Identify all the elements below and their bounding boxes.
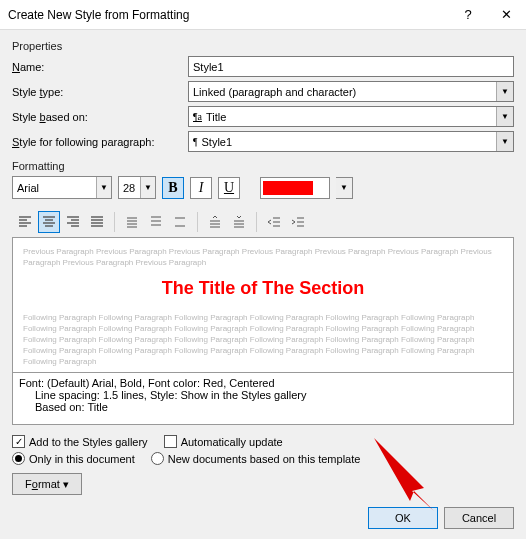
properties-label: Properties (12, 40, 514, 52)
align-justify-button[interactable] (86, 211, 108, 233)
following-select[interactable]: ¶ Style1 ▼ (188, 131, 514, 152)
color-swatch (263, 181, 313, 195)
based-on-label: Style based on: (12, 111, 182, 123)
font-size-select[interactable]: 28 ▼ (118, 176, 156, 199)
summary-line: Based on: Title (19, 401, 507, 413)
format-button[interactable]: Format ▾ (12, 473, 82, 495)
paragraph-icon: ¶ (193, 136, 198, 147)
titlebar: Create New Style from Formatting ? ✕ (0, 0, 526, 30)
name-input[interactable]: Style1 (188, 56, 514, 77)
based-on-select[interactable]: ¶a Title ▼ (188, 106, 514, 127)
italic-button[interactable]: I (190, 177, 212, 199)
space-before-dec-button[interactable] (228, 211, 250, 233)
divider (256, 212, 257, 232)
only-this-document-radio[interactable]: Only in this document (12, 452, 135, 465)
name-label: Name: (12, 61, 182, 73)
font-select[interactable]: Arial ▼ (12, 176, 112, 199)
preview-after-text: Following Paragraph Following Paragraph … (23, 312, 503, 368)
indent-increase-button[interactable] (287, 211, 309, 233)
indent-decrease-button[interactable] (263, 211, 285, 233)
align-right-button[interactable] (62, 211, 84, 233)
font-color-button[interactable] (260, 177, 330, 199)
close-button[interactable]: ✕ (486, 1, 526, 29)
align-left-button[interactable] (14, 211, 36, 233)
ok-button[interactable]: OK (368, 507, 438, 529)
line-spacing-1-button[interactable] (121, 211, 143, 233)
line-spacing-2-button[interactable] (169, 211, 191, 233)
radio-icon (12, 452, 25, 465)
preview-before-text: Previous Paragraph Previous Paragraph Pr… (23, 246, 503, 268)
preview-pane: Previous Paragraph Previous Paragraph Pr… (12, 237, 514, 373)
paragraph-icon: ¶a (193, 111, 202, 122)
chevron-down-icon[interactable]: ▼ (96, 177, 111, 198)
following-label: Style for following paragraph: (12, 136, 182, 148)
chevron-down-icon[interactable]: ▼ (496, 82, 513, 101)
chevron-down-icon[interactable]: ▼ (496, 132, 513, 151)
bold-button[interactable]: B (162, 177, 184, 199)
new-documents-radio[interactable]: New documents based on this template (151, 452, 361, 465)
preview-sample-text: The Title of The Section (23, 276, 503, 301)
line-spacing-15-button[interactable] (145, 211, 167, 233)
summary-line: Line spacing: 1.5 lines, Style: Show in … (19, 389, 507, 401)
chevron-down-icon[interactable]: ▼ (140, 177, 155, 198)
auto-update-checkbox[interactable]: Automatically update (164, 435, 283, 448)
dialog-title: Create New Style from Formatting (8, 8, 450, 22)
checkbox-icon (12, 435, 25, 448)
space-before-inc-button[interactable] (204, 211, 226, 233)
chevron-down-icon[interactable]: ▼ (496, 107, 513, 126)
radio-icon (151, 452, 164, 465)
add-gallery-checkbox[interactable]: Add to the Styles gallery (12, 435, 148, 448)
style-summary: Font: (Default) Arial, Bold, Font color:… (12, 373, 514, 425)
style-type-select[interactable]: Linked (paragraph and character) ▼ (188, 81, 514, 102)
color-dropdown-button[interactable]: ▼ (336, 177, 353, 199)
summary-line: Font: (Default) Arial, Bold, Font color:… (19, 377, 507, 389)
formatting-label: Formatting (12, 160, 514, 172)
checkbox-icon (164, 435, 177, 448)
divider (197, 212, 198, 232)
help-button[interactable]: ? (450, 1, 486, 29)
divider (114, 212, 115, 232)
cancel-button[interactable]: Cancel (444, 507, 514, 529)
align-center-button[interactable] (38, 211, 60, 233)
underline-button[interactable]: U (218, 177, 240, 199)
style-type-label: Style type: (12, 86, 182, 98)
